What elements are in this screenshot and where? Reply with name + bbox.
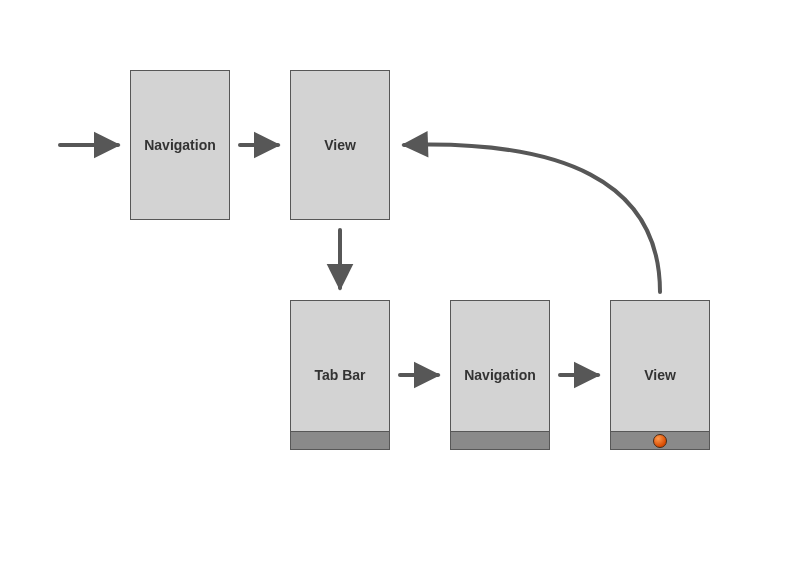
node-label: Tab Bar — [314, 367, 365, 383]
node-label: View — [644, 367, 676, 383]
tab-bar-strip — [611, 431, 709, 449]
tab-bar-strip — [291, 431, 389, 449]
selected-tab-indicator-icon — [653, 434, 667, 448]
node-view-2: View — [610, 300, 710, 450]
node-tab-bar: Tab Bar — [290, 300, 390, 450]
node-label: View — [324, 137, 356, 153]
arrows-layer — [0, 0, 800, 568]
node-label: Navigation — [144, 137, 216, 153]
node-navigation-2: Navigation — [450, 300, 550, 450]
diagram-canvas: Navigation View Tab Bar Navigation View — [0, 0, 800, 568]
node-label: Navigation — [464, 367, 536, 383]
node-view-1: View — [290, 70, 390, 220]
tab-bar-strip — [451, 431, 549, 449]
arrow-view2-to-view1 — [404, 145, 660, 292]
node-navigation-1: Navigation — [130, 70, 230, 220]
